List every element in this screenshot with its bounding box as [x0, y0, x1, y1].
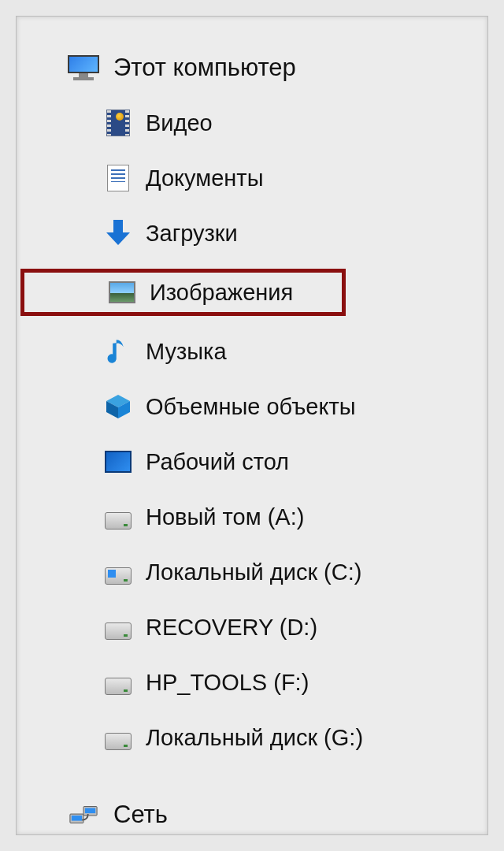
- tree: Этот компьютер Видео Документы Загрузки: [17, 48, 487, 834]
- tree-item-label: Сеть: [113, 801, 168, 829]
- tree-item-label: Изображения: [150, 280, 293, 306]
- tree-item-label: HP_TOOLS (F:): [146, 670, 309, 696]
- drive-icon: [105, 724, 132, 751]
- tree-item-label: Объемные объекты: [146, 394, 356, 420]
- tree-item-label: Новый том (A:): [146, 504, 304, 530]
- desktop-monitor-icon: [105, 448, 132, 475]
- tree-item-label: Загрузки: [146, 221, 238, 247]
- tree-item-drive-f[interactable]: HP_TOOLS (F:): [17, 663, 487, 702]
- svg-rect-4: [72, 816, 82, 821]
- tree-item-label: Локальный диск (G:): [146, 725, 363, 751]
- navigation-pane: Этот компьютер Видео Документы Загрузки: [16, 16, 488, 835]
- download-arrow-icon: [105, 220, 132, 247]
- drive-icon: [105, 669, 132, 696]
- document-icon: [105, 165, 132, 191]
- drive-windows-icon: [105, 559, 132, 585]
- tree-item-drive-d[interactable]: RECOVERY (D:): [17, 608, 487, 647]
- tree-item-network[interactable]: Сеть: [17, 795, 487, 834]
- tree-item-drive-c[interactable]: Локальный диск (C:): [17, 552, 487, 592]
- tree-item-label: Локальный диск (C:): [146, 559, 361, 585]
- tree-item-drive-g[interactable]: Локальный диск (G:): [17, 718, 487, 757]
- picture-icon: [109, 279, 135, 306]
- tree-item-label: RECOVERY (D:): [146, 615, 317, 641]
- cube-3d-icon: [105, 393, 132, 420]
- music-note-icon: [105, 338, 132, 365]
- tree-item-3d-objects[interactable]: Объемные объекты: [17, 387, 487, 426]
- tree-item-label: Рабочий стол: [146, 449, 289, 475]
- pc-monitor-icon: [68, 55, 99, 80]
- tree-item-this-pc[interactable]: Этот компьютер: [17, 48, 487, 87]
- tree-item-videos[interactable]: Видео: [17, 103, 487, 143]
- drive-icon: [105, 504, 132, 530]
- tree-item-label: Этот компьютер: [113, 54, 296, 82]
- tree-item-label: Видео: [146, 110, 213, 136]
- tree-item-music[interactable]: Музыка: [17, 332, 487, 371]
- drive-icon: [105, 614, 132, 641]
- svg-rect-6: [85, 808, 95, 813]
- network-icon: [68, 802, 99, 827]
- film-strip-icon: [105, 110, 132, 136]
- tree-item-label: Музыка: [146, 339, 227, 365]
- tree-item-documents[interactable]: Документы: [17, 158, 487, 198]
- tree-item-drive-a[interactable]: Новый том (A:): [17, 497, 487, 537]
- spacer: [17, 773, 487, 779]
- tree-item-downloads[interactable]: Загрузки: [17, 214, 487, 253]
- tree-item-pictures[interactable]: Изображения: [20, 269, 346, 316]
- tree-item-desktop[interactable]: Рабочий стол: [17, 442, 487, 481]
- tree-item-label: Документы: [146, 165, 264, 191]
